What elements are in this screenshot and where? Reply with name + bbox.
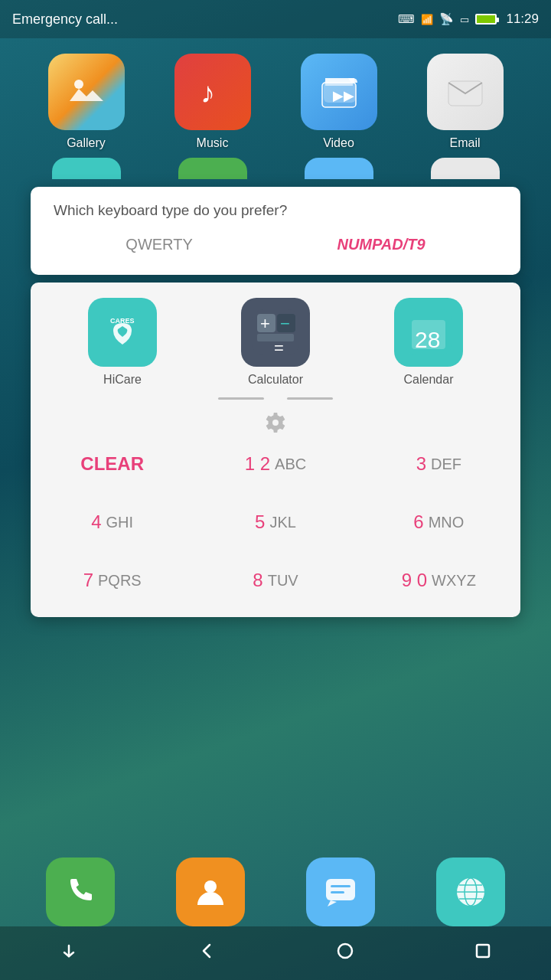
panel-app-hicare[interactable]: CARES HiCare [88,298,157,387]
panel-app-calendar[interactable]: 28 Calendar [394,298,463,387]
status-bar: Emergency call... ⌨ 📶 📡 ▭ 11:29 [0,0,551,38]
svg-rect-29 [477,945,489,957]
calculator-label: Calculator [248,373,303,387]
music-icon: ♪ [174,54,251,130]
desktop-icons-row1: Gallery ♪ Music ▶▶ Video [0,38,551,158]
dock-browser[interactable] [436,858,505,926]
app-icon-music[interactable]: ♪ Music [174,54,251,150]
status-right: ⌨ 📶 📡 ▭ 11:29 [398,11,539,27]
divider-right [287,397,333,400]
calendar-icon: 28 [394,298,463,367]
video-label: Video [323,136,354,150]
dock-messages[interactable] [306,858,375,926]
keyboard-question: Which keyboard type do you prefer? [54,202,497,219]
nav-down-btn[interactable] [45,935,93,972]
svg-rect-22 [331,891,344,893]
nav-recents-btn[interactable] [459,935,507,972]
svg-rect-21 [331,885,350,887]
dock-phone[interactable] [46,858,115,926]
calendar-label: Calendar [404,373,454,387]
music-label: Music [197,136,229,150]
numpad-clear[interactable]: CLEAR [31,435,194,493]
email-label: Email [449,136,480,150]
svg-text:♪: ♪ [201,77,215,109]
keyboard-icon: ⌨ [398,12,415,26]
gear-icon[interactable] [265,412,286,433]
svg-rect-20 [326,879,355,900]
divider-left [218,397,264,400]
svg-text:+: + [260,314,270,333]
video-icon: ▶▶ [301,54,377,130]
numpad-key-5jkl[interactable]: 5 JKL [194,493,357,551]
keyboard-selector-panel: Which keyboard type do you prefer? QWERT… [31,187,520,275]
svg-text:▶▶: ▶▶ [333,88,354,103]
app-icon-email[interactable]: Email [427,54,504,150]
calculator-icon: + − = [241,298,310,367]
numpad-key-8tuv[interactable]: 8 TUV [194,551,357,609]
numpad-option[interactable]: NUMPAD/T9 [329,233,432,256]
time: 11:29 [506,11,539,27]
status-title: Emergency call... [12,11,118,28]
svg-point-19 [204,880,217,893]
svg-text:−: − [280,314,290,333]
nav-back-btn[interactable] [182,934,231,972]
sim-icon: 📶 [421,14,433,25]
hicare-icon: CARES [88,298,157,367]
numpad-key-90wxyz[interactable]: 9 0 WXYZ [357,551,520,609]
hicare-label: HiCare [103,373,142,387]
qwerty-option[interactable]: QWERTY [118,233,200,256]
svg-point-28 [338,944,352,958]
app-icon-video[interactable]: ▶▶ Video [301,54,377,150]
panel-apps-row: CARES HiCare + − = Calculator [31,298,520,394]
sys-nav-bar [0,926,551,980]
battery-icon [475,14,497,24]
bottom-dock [0,858,551,926]
app-icon-gallery[interactable]: Gallery [48,54,125,150]
numpad-key-4ghi[interactable]: 4 GHI [31,493,194,551]
dock-contacts[interactable] [176,858,245,926]
svg-point-0 [74,80,83,89]
nav-home-btn[interactable] [321,934,370,972]
signal-icon: ▭ [460,14,469,25]
numpad-grid: CLEAR 1 2 ABC 3 DEF 4 GHI 5 JKL 6 MNO 7 … [31,435,520,609]
gallery-icon [48,54,125,130]
app-panel: CARES HiCare + − = Calculator [31,283,520,617]
numpad-key-3def[interactable]: 3 DEF [357,435,520,493]
keyboard-options: QWERTY NUMPAD/T9 [54,233,497,256]
wifi-icon: 📡 [439,12,454,26]
partial-icon-4 [431,158,500,179]
gear-row [31,412,520,433]
numpad-key-7pqrs[interactable]: 7 PQRS [31,551,194,609]
desktop-icons-row2-partial [0,158,551,179]
numpad-key-6mno[interactable]: 6 MNO [357,493,520,551]
email-icon [427,54,504,130]
svg-text:=: = [274,338,284,355]
panel-divider [31,397,520,400]
partial-icon-3 [305,158,373,179]
partial-icon-1 [52,158,121,179]
gallery-label: Gallery [67,136,106,150]
svg-text:28: 28 [415,327,440,352]
numpad-key-12abc[interactable]: 1 2 ABC [194,435,357,493]
svg-text:CARES: CARES [110,317,135,325]
panel-app-calculator[interactable]: + − = Calculator [241,298,310,387]
partial-icon-2 [178,158,247,179]
svg-point-18 [272,420,279,426]
